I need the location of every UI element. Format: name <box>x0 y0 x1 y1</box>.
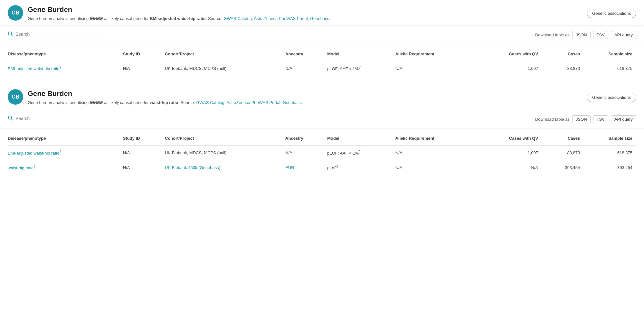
avatar: GB <box>8 5 23 21</box>
cohort-cell: UK Biobank, MDCS, MCPS (null) <box>165 145 285 160</box>
allelic-req-cell: N/A <box>395 145 479 160</box>
col-header-1: Study ID <box>123 131 165 146</box>
panel-header: GBGene BurdenGene burden analysis priori… <box>0 0 644 26</box>
cases-qv-cell: 1,097 <box>479 61 542 76</box>
download-section: Download table asJSONTSVAPI query <box>535 115 636 123</box>
source-link-3[interactable]: Genebass <box>310 16 329 21</box>
allelic-req-cell: N/A <box>395 61 479 76</box>
model-cell: pLOF; AAF < 1%? <box>327 145 395 160</box>
table-container: Disease/phenotypeStudy IDCohort/ProjectA… <box>0 44 644 84</box>
search-input[interactable] <box>15 32 104 37</box>
col-header-0: Disease/phenotype <box>8 47 123 61</box>
sample-size-cell: 618,375 <box>584 61 636 76</box>
genetic-associations-button[interactable]: Genetic associations <box>587 9 636 18</box>
study-id-cell: N/A <box>123 145 165 160</box>
col-header-5: Allelic Requirement <box>395 131 479 146</box>
source-link-2[interactable]: AstraZeneca PheWAS Portal <box>226 100 280 105</box>
col-header-4: Model <box>327 131 395 146</box>
disease-cell[interactable]: waist-hip ratio? <box>8 160 123 175</box>
download-label: Download table as <box>535 117 570 122</box>
panel-subtitle: Gene burden analysis prioritising INHBE … <box>28 15 330 22</box>
col-header-1: Study ID <box>123 47 165 61</box>
panel-2: GBGene BurdenGene burden analysis priori… <box>0 84 644 183</box>
col-header-7: Cases <box>542 47 584 61</box>
cases-cell: 83,873 <box>542 61 584 76</box>
col-header-7: Cases <box>542 131 584 146</box>
search-icon <box>8 31 13 37</box>
download-tsv-button[interactable]: TSV <box>593 115 608 123</box>
col-header-2: Cohort/Project <box>165 131 285 146</box>
sample-size-cell: 393,454 <box>584 160 636 175</box>
col-header-8: Sample size <box>584 47 636 61</box>
svg-line-3 <box>11 119 13 120</box>
col-header-6: Cases with QV <box>479 131 542 146</box>
cohort-cell: UK Biobank, MDCS, MCPS (null) <box>165 61 285 76</box>
col-header-5: Allelic Requirement <box>395 47 479 61</box>
ancestry-cell: N/A <box>285 61 327 76</box>
ancestry-cell: N/A <box>285 145 327 160</box>
col-header-3: Ancestry <box>285 131 327 146</box>
panel-title: Gene Burden <box>28 5 330 14</box>
table-row: BMI-adjusted waist-hip ratio?N/AUK Bioba… <box>8 145 636 160</box>
panel-subtitle: Gene burden analysis prioritising INHBE … <box>28 99 303 106</box>
search-wrapper <box>8 31 104 39</box>
allelic-req-cell: N/A <box>395 160 479 175</box>
panel-title: Gene Burden <box>28 89 303 99</box>
download-api-query-button[interactable]: API query <box>611 31 636 39</box>
download-tsv-button[interactable]: TSV <box>593 31 608 39</box>
search-icon <box>8 115 13 121</box>
download-json-button[interactable]: JSON <box>572 31 591 39</box>
download-label: Download table as <box>535 33 570 37</box>
disease-cell[interactable]: BMI-adjusted waist-hip ratio? <box>8 145 123 160</box>
search-input[interactable] <box>15 116 104 121</box>
col-header-6: Cases with QV <box>479 47 542 61</box>
model-cell: pLoF? <box>327 160 395 175</box>
col-header-4: Model <box>327 47 395 61</box>
download-api-query-button[interactable]: API query <box>611 115 636 123</box>
download-section: Download table asJSONTSVAPI query <box>535 31 636 39</box>
genetic-associations-button[interactable]: Genetic associations <box>587 93 636 102</box>
col-header-3: Ancestry <box>285 47 327 61</box>
cohort-cell[interactable]: UK Biobank 450k (Genebass) <box>165 160 285 175</box>
table-row: waist-hip ratio?N/AUK Biobank 450k (Gene… <box>8 160 636 175</box>
col-header-8: Sample size <box>584 131 636 146</box>
ancestry-cell[interactable]: EUR <box>285 160 327 175</box>
col-header-2: Cohort/Project <box>165 47 285 61</box>
avatar: GB <box>8 89 23 105</box>
svg-line-1 <box>11 35 13 36</box>
search-wrapper <box>8 115 104 123</box>
cases-cell: 83,873 <box>542 145 584 160</box>
panel-1: GBGene BurdenGene burden analysis priori… <box>0 0 644 84</box>
table-row: BMI-adjusted waist-hip ratio?N/AUK Bioba… <box>8 61 636 76</box>
cases-qv-cell: 1,097 <box>479 145 542 160</box>
cases-cell: 393,454 <box>542 160 584 175</box>
model-cell: pLOF; AAF < 1%? <box>327 61 395 76</box>
study-id-cell: N/A <box>123 160 165 175</box>
cases-qv-cell: N/A <box>479 160 542 175</box>
source-link-1[interactable]: GWAS Catalog <box>223 16 252 21</box>
col-header-0: Disease/phenotype <box>8 131 123 146</box>
source-link-3[interactable]: Genebass <box>283 100 302 105</box>
study-id-cell: N/A <box>123 61 165 76</box>
download-json-button[interactable]: JSON <box>572 115 591 123</box>
panel-header: GBGene BurdenGene burden analysis priori… <box>0 84 644 110</box>
toolbar: Download table asJSONTSVAPI query <box>0 26 644 44</box>
toolbar: Download table asJSONTSVAPI query <box>0 110 644 129</box>
source-link-2[interactable]: AstraZeneca PheWAS Portal <box>254 16 308 21</box>
sample-size-cell: 618,375 <box>584 145 636 160</box>
disease-cell[interactable]: BMI-adjusted waist-hip ratio? <box>8 61 123 76</box>
data-table: Disease/phenotypeStudy IDCohort/ProjectA… <box>8 47 636 76</box>
source-link-1[interactable]: GWAS Catalog <box>196 100 224 105</box>
data-table: Disease/phenotypeStudy IDCohort/ProjectA… <box>8 131 636 175</box>
table-container: Disease/phenotypeStudy IDCohort/ProjectA… <box>0 129 644 183</box>
